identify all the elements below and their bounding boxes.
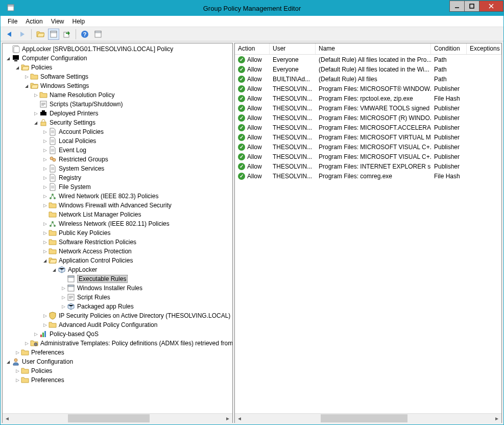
tree-item-executable-rules[interactable]: Executable Rules <box>3 274 232 284</box>
tree-item-user-preferences[interactable]: Preferences <box>3 375 232 385</box>
rule-row[interactable]: AllowTHESOLVIN...Program Files: comreg.e… <box>235 171 501 181</box>
col-user[interactable]: User <box>270 43 316 54</box>
minimize-button[interactable] <box>449 1 465 12</box>
tree-item-file-system[interactable]: File System <box>3 182 232 192</box>
help-button[interactable] <box>79 29 90 40</box>
tree-item-advanced-audit[interactable]: Advanced Audit Policy Configuration <box>3 320 232 329</box>
tree-item-software-restriction[interactable]: Software Restriction Policies <box>3 238 232 247</box>
list-body[interactable]: AllowEveryone(Default Rule) All files lo… <box>235 55 501 413</box>
properties-button[interactable] <box>92 29 104 40</box>
menu-file[interactable]: File <box>4 18 21 25</box>
scroll-left-icon[interactable]: ◂ <box>235 414 244 423</box>
menu-action[interactable]: Action <box>21 18 46 25</box>
tree-item-windows-settings[interactable]: Windows Settings <box>3 81 232 90</box>
tree-hscroll[interactable]: ◂ ▸ <box>3 413 232 422</box>
expander-icon[interactable] <box>41 229 49 237</box>
expander-icon[interactable] <box>5 358 12 365</box>
rule-row[interactable]: AllowEveryone(Default Rule) All files lo… <box>235 64 501 74</box>
expander-icon[interactable] <box>60 303 67 310</box>
tree-item-security-settings[interactable]: Security Settings <box>3 118 232 127</box>
expander-icon[interactable] <box>41 193 49 200</box>
expander-icon[interactable] <box>32 330 39 338</box>
expander-icon[interactable] <box>41 183 49 191</box>
back-button[interactable] <box>4 29 15 40</box>
menu-view[interactable]: View <box>47 18 68 25</box>
rule-row[interactable]: AllowTHESOLVIN...Program Files: MICROSOF… <box>235 113 501 123</box>
tree-item-event-log[interactable]: Event Log <box>3 146 232 155</box>
tree-item-preferences[interactable]: Preferences <box>3 348 232 357</box>
expander-icon[interactable] <box>41 165 49 172</box>
tree-item-wireless-network[interactable]: Wireless Network (IEEE 802.11) Policies <box>3 219 232 228</box>
export-button[interactable] <box>61 29 73 40</box>
up-button[interactable] <box>35 29 46 40</box>
col-condition[interactable]: Condition <box>431 43 467 54</box>
tree-item-ip-security[interactable]: IP Security Policies on Active Directory… <box>3 311 232 320</box>
rule-row[interactable]: AllowTHESOLVIN...Program Files: MICROSOF… <box>235 123 501 132</box>
expander-icon[interactable] <box>14 64 21 71</box>
maximize-button[interactable] <box>464 1 479 12</box>
rule-row[interactable]: AllowTHESOLVIN...Program Files: MICROSOF… <box>235 142 501 152</box>
col-action[interactable]: Action <box>235 43 270 54</box>
list-hscroll[interactable]: ◂ ▸ <box>235 413 501 422</box>
tree-item-local-policies[interactable]: Local Policies <box>3 136 232 146</box>
expander-icon[interactable] <box>14 376 21 384</box>
tree-item-public-key[interactable]: Public Key Policies <box>3 228 232 238</box>
expander-icon[interactable] <box>23 73 30 80</box>
tree-item-network-list[interactable]: Network List Manager Policies <box>3 210 232 219</box>
rule-row[interactable]: AllowBUILTIN\Ad...(Default Rule) All fil… <box>235 74 501 84</box>
tree-item-scripts[interactable]: Scripts (Startup/Shutdown) <box>3 100 232 109</box>
expander-icon[interactable] <box>23 340 30 347</box>
expander-icon[interactable] <box>32 110 39 117</box>
show-tree-button[interactable] <box>48 29 59 40</box>
tree[interactable]: AppLocker [SRVBLOG01.THESOLVING.LOCAL] P… <box>3 43 232 413</box>
close-button[interactable] <box>479 1 503 12</box>
forward-button[interactable] <box>17 29 28 40</box>
col-name[interactable]: Name <box>316 43 431 54</box>
expander-icon[interactable] <box>41 321 49 328</box>
rule-row[interactable]: AllowEveryone(Default Rule) All files lo… <box>235 55 501 64</box>
tree-item-application-control[interactable]: Application Control Policies <box>3 256 232 265</box>
expander-icon[interactable] <box>14 367 21 374</box>
rule-row[interactable]: AllowTHESOLVIN...Program Files: INTERNET… <box>235 161 501 171</box>
tree-item-system-services[interactable]: System Services <box>3 164 232 173</box>
tree-item-applocker[interactable]: AppLocker <box>3 265 232 274</box>
tree-item-computer-configuration[interactable]: Computer Configuration <box>3 54 232 63</box>
expander-icon[interactable] <box>14 349 21 356</box>
tree-item-installer-rules[interactable]: Windows Installer Rules <box>3 284 232 293</box>
rule-row[interactable]: AllowTHESOLVIN...Program Files: rpctool.… <box>235 93 501 103</box>
rule-row[interactable]: AllowTHESOLVIN...Program Files: MICROSOF… <box>235 152 501 161</box>
expander-icon[interactable] <box>41 156 49 163</box>
expander-icon[interactable] <box>41 147 49 154</box>
rule-row[interactable]: AllowTHESOLVIN...Program Files: MICROSOF… <box>235 84 501 93</box>
tree-item-packaged-rules[interactable]: Packaged app Rules <box>3 302 232 311</box>
menu-help[interactable]: Help <box>68 18 89 25</box>
tree-item-name-resolution-policy[interactable]: Name Resolution Policy <box>3 90 232 100</box>
tree-item-tree-root[interactable]: AppLocker [SRVBLOG01.THESOLVING.LOCAL] P… <box>3 44 232 54</box>
scroll-right-icon[interactable]: ▸ <box>223 414 232 423</box>
tree-item-script-rules[interactable]: Script Rules <box>3 293 232 302</box>
expander-icon[interactable] <box>60 285 67 292</box>
tree-item-network-access-protection[interactable]: Network Access Protection <box>3 247 232 256</box>
tree-item-policies[interactable]: Policies <box>3 63 232 72</box>
tree-item-admin-templates[interactable]: Administrative Templates: Policy definit… <box>3 339 232 348</box>
scroll-left-icon[interactable]: ◂ <box>3 414 12 423</box>
expander-icon[interactable] <box>41 239 49 246</box>
expander-icon[interactable] <box>41 128 49 135</box>
scroll-right-icon[interactable]: ▸ <box>492 414 501 423</box>
expander-icon[interactable] <box>41 220 49 227</box>
expander-icon[interactable] <box>51 266 58 273</box>
col-exceptions[interactable]: Exceptions <box>467 43 501 54</box>
tree-item-policy-qos[interactable]: Policy-based QoS <box>3 329 232 339</box>
tree-item-user-policies[interactable]: Policies <box>3 366 232 375</box>
rule-row[interactable]: AllowTHESOLVIN...Program Files: VMWARE T… <box>235 103 501 113</box>
tree-item-software-settings[interactable]: Software Settings <box>3 72 232 81</box>
expander-icon[interactable] <box>32 119 39 126</box>
expander-icon[interactable] <box>32 91 39 99</box>
tree-item-registry[interactable]: Registry <box>3 173 232 182</box>
expander-icon[interactable] <box>41 257 49 264</box>
expander-icon[interactable] <box>60 294 67 301</box>
expander-icon[interactable] <box>23 82 30 89</box>
expander-icon[interactable] <box>41 312 49 319</box>
expander-icon[interactable] <box>5 55 12 62</box>
expander-icon[interactable] <box>41 174 49 181</box>
